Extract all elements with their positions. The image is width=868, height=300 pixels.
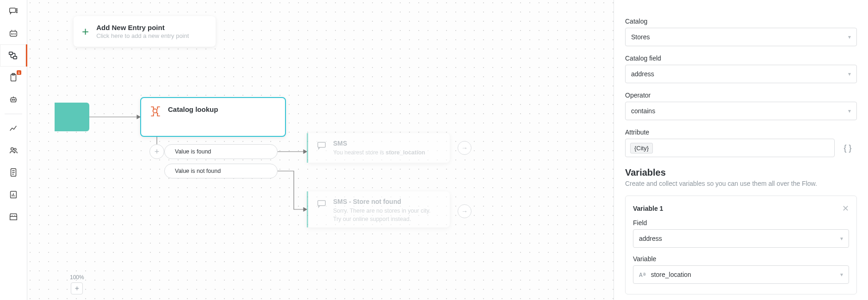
entry-subtitle: Click here to add a new entry point: [96, 32, 189, 39]
flow-start-stub[interactable]: [55, 103, 89, 131]
properties-panel: Catalog Stores ▾ Catalog field address ▾…: [614, 0, 868, 300]
nav-messages[interactable]: [0, 0, 27, 22]
label-variable-name: Variable: [633, 255, 849, 263]
attribute-chip[interactable]: {City}: [630, 143, 653, 153]
nav-bot[interactable]: [0, 89, 27, 111]
flow-canvas[interactable]: + Add New Entry point Click here to add …: [27, 0, 614, 300]
analytics-icon: [8, 123, 19, 133]
catalog-node-title: Catalog lookup: [168, 105, 218, 113]
svg-rect-9: [11, 98, 16, 102]
flow-icon: [8, 50, 18, 61]
label-catalog-field: Catalog field: [625, 55, 857, 62]
variables-heading: Variables: [625, 167, 857, 178]
svg-point-1: [16, 9, 17, 10]
svg-marker-16: [137, 115, 140, 119]
svg-point-11: [14, 99, 15, 100]
doc-icon: [8, 167, 19, 178]
label-variable-field: Field: [633, 219, 849, 227]
select-catalog[interactable]: Stores ▾: [625, 28, 857, 46]
chevron-down-icon: ▾: [840, 235, 843, 242]
insert-variable-button[interactable]: { }: [838, 139, 857, 157]
svg-marker-18: [304, 208, 307, 211]
sms-icon: [316, 141, 327, 151]
nav-clipboard[interactable]: 1: [0, 67, 27, 89]
branch-value-found[interactable]: Value is found: [164, 144, 278, 159]
select-catalog-field[interactable]: address ▾: [625, 65, 857, 83]
svg-rect-6: [13, 56, 17, 59]
sms2-title: SMS - Store not found: [333, 198, 431, 205]
svg-point-13: [14, 148, 16, 151]
attribute-input[interactable]: {City}: [625, 139, 835, 157]
sms1-body: You nearest store is store_location: [333, 149, 425, 157]
label-catalog: Catalog: [625, 18, 857, 25]
sms-icon: [316, 199, 327, 209]
report-icon: [8, 190, 19, 200]
nav-code-block[interactable]: [0, 22, 27, 44]
svg-point-2: [16, 10, 17, 11]
label-operator: Operator: [625, 92, 857, 99]
variables-subtitle: Create and collect variables so you can …: [625, 180, 857, 187]
svg-marker-17: [304, 150, 307, 153]
sms2-body: Sorry. There are no stores in your city.…: [333, 207, 431, 223]
nav-report[interactable]: [0, 184, 27, 206]
remove-variable-button[interactable]: ✕: [842, 203, 849, 214]
chevron-down-icon: ▾: [840, 271, 843, 278]
variable-card: Variable 1 ✕ Field address ▾ Variable Aª…: [625, 196, 857, 294]
svg-point-10: [12, 99, 13, 100]
entry-title: Add New Entry point: [96, 24, 189, 31]
select-variable-field[interactable]: address ▾: [633, 229, 849, 248]
add-branch-button[interactable]: +: [149, 144, 164, 159]
sidenav: 1: [0, 0, 27, 300]
storefront-icon: [8, 212, 19, 222]
zoom-controls: 100% +: [70, 274, 84, 294]
sms1-next-arrow[interactable]: →: [458, 141, 471, 155]
select-operator[interactable]: contains ▾: [625, 102, 857, 120]
select-variable-name[interactable]: Aªstore_location ▾: [633, 265, 849, 284]
chevron-down-icon: ▾: [848, 108, 851, 114]
svg-point-21: [153, 109, 157, 113]
catalog-lookup-icon: [149, 105, 161, 117]
svg-point-12: [11, 148, 14, 151]
variable-card-title: Variable 1: [633, 205, 663, 212]
sms-node-not-found[interactable]: SMS - Store not found Sorry. There are n…: [307, 191, 450, 227]
plus-icon: +: [82, 25, 89, 37]
svg-rect-22: [318, 142, 326, 147]
chevron-down-icon: ▾: [848, 71, 851, 77]
sms2-next-arrow[interactable]: →: [458, 204, 471, 218]
svg-point-3: [16, 12, 17, 13]
svg-rect-0: [10, 8, 16, 12]
code-block-icon: [8, 28, 19, 38]
sms1-title: SMS: [333, 140, 425, 147]
people-icon: [8, 145, 19, 155]
sms-node-nearest-store[interactable]: SMS You nearest store is store_location: [307, 133, 450, 163]
nav-people[interactable]: [0, 139, 27, 161]
svg-rect-5: [9, 52, 12, 55]
zoom-in-button[interactable]: +: [71, 282, 83, 294]
chevron-down-icon: ▾: [848, 34, 851, 40]
nav-storefront[interactable]: [0, 206, 27, 228]
add-entry-point-card[interactable]: + Add New Entry point Click here to add …: [74, 16, 216, 47]
nav-badge: 1: [17, 70, 21, 75]
variable-type-icon: Aª: [639, 271, 646, 278]
catalog-lookup-node[interactable]: Catalog lookup: [140, 97, 286, 137]
label-attribute: Attribute: [625, 129, 857, 136]
nav-separator: [5, 114, 22, 114]
bot-icon: [8, 95, 19, 105]
branch-value-not-found[interactable]: Value is not found: [164, 164, 278, 178]
svg-rect-23: [318, 201, 326, 206]
nav-doc[interactable]: [0, 161, 27, 184]
messages-icon: [8, 6, 19, 16]
zoom-level: 100%: [70, 274, 84, 281]
nav-analytics[interactable]: [0, 117, 27, 139]
nav-flow[interactable]: [0, 44, 27, 67]
